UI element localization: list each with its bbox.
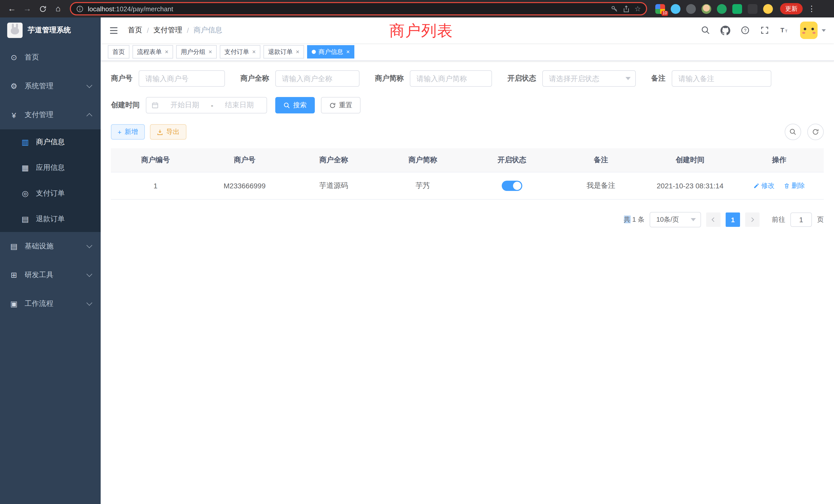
sidebar-item-infrastructure[interactable]: ▤ 基础设施: [0, 232, 101, 261]
create-time-label: 创建时间: [111, 100, 140, 110]
browser-update-button[interactable]: 更新: [780, 3, 803, 14]
bookmark-star-icon[interactable]: ☆: [635, 5, 641, 13]
tab-refund-order[interactable]: 退款订单 ×: [263, 45, 304, 59]
merchant-no-input[interactable]: [139, 70, 225, 87]
browser-forward-button[interactable]: →: [21, 2, 34, 16]
start-date-placeholder: 开始日期: [163, 100, 207, 110]
table-row: 1 M233666999 芋道源码 芋艿 我是备注 2021-10-23 08:…: [111, 172, 824, 199]
sidebar-item-merchant-info[interactable]: ▥ 商户信息: [0, 129, 101, 155]
user-avatar[interactable]: [800, 22, 826, 39]
browser-home-button[interactable]: ⌂: [51, 2, 65, 16]
close-icon[interactable]: ×: [346, 48, 350, 55]
status-select-input[interactable]: [542, 70, 636, 87]
page-number-1[interactable]: 1: [726, 212, 740, 227]
app-logo[interactable]: 芋道管理系统: [0, 18, 101, 43]
help-icon[interactable]: ?: [741, 26, 750, 35]
full-name-input[interactable]: [275, 70, 359, 87]
extension-icon-8[interactable]: [763, 4, 773, 14]
short-name-input[interactable]: [410, 70, 492, 87]
extension-icon-5[interactable]: [717, 4, 727, 14]
breadcrumb-current: 商户信息: [194, 26, 222, 35]
password-key-icon[interactable]: [611, 5, 619, 13]
svg-text:T: T: [781, 27, 785, 33]
full-name-label: 商户全称: [240, 74, 269, 83]
sidebar-item-payment[interactable]: ¥ 支付管理: [0, 100, 101, 129]
sidebar-item-refund-order[interactable]: ▤ 退款订单: [0, 206, 101, 232]
fullscreen-icon[interactable]: [760, 26, 769, 35]
close-icon[interactable]: ×: [252, 48, 256, 55]
tab-process-form[interactable]: 流程表单 ×: [132, 45, 173, 59]
delete-button[interactable]: 删除: [784, 181, 805, 190]
create-time-range-picker[interactable]: 开始日期 - 结束日期: [146, 97, 267, 113]
sidebar-item-label: 商户信息: [36, 138, 65, 147]
font-size-icon[interactable]: TT: [780, 26, 790, 35]
col-remark: 备注: [556, 148, 645, 172]
page-info-icon[interactable]: [76, 5, 84, 13]
tab-pay-order[interactable]: 支付订单 ×: [220, 45, 260, 59]
sidebar-item-app-info[interactable]: ▦ 应用信息: [0, 155, 101, 181]
close-icon[interactable]: ×: [165, 48, 169, 55]
tab-merchant-info[interactable]: 商户信息 ×: [307, 45, 354, 59]
search-button[interactable]: 搜索: [275, 97, 315, 113]
monitor-icon: ▤: [9, 242, 19, 251]
breadcrumb-separator: /: [147, 26, 149, 35]
breadcrumb-payment[interactable]: 支付管理: [154, 26, 182, 35]
edit-button[interactable]: 修改: [754, 181, 775, 190]
col-actions: 操作: [734, 148, 824, 172]
sidebar-item-system[interactable]: ⚙ 系统管理: [0, 72, 101, 100]
remark-input[interactable]: [672, 70, 771, 87]
cell-create-time: 2021-10-23 08:31:14: [645, 172, 734, 199]
sidebar-item-label: 首页: [25, 53, 39, 62]
extension-icon-3[interactable]: [686, 4, 696, 14]
export-button[interactable]: 导出: [150, 124, 186, 140]
chevron-up-icon: [87, 113, 92, 119]
cell-full-name: 芋道源码: [289, 172, 378, 199]
sidebar: 芋道管理系统 ⊙ 首页 ⚙ 系统管理 ¥ 支付管理 ▥ 商户信息: [0, 18, 101, 504]
extension-icon-2[interactable]: [671, 4, 680, 14]
extension-icon-7[interactable]: [748, 4, 758, 14]
trash-icon: [784, 183, 790, 189]
browser-back-button[interactable]: ←: [5, 2, 19, 16]
search-icon[interactable]: [701, 26, 710, 35]
status-label: 开启状态: [507, 74, 536, 83]
close-icon[interactable]: ×: [208, 48, 212, 55]
page-size-value[interactable]: [650, 212, 701, 227]
url-text: localhost:1024/pay/merchant: [88, 5, 607, 13]
extension-icon-4[interactable]: [702, 4, 711, 14]
toggle-search-button[interactable]: [785, 124, 801, 140]
tab-user-group[interactable]: 用户分组 ×: [176, 45, 217, 59]
goto-page-input[interactable]: [790, 212, 812, 227]
app-title: 芋道管理系统: [28, 26, 71, 35]
extension-icon-1[interactable]: 10: [655, 4, 665, 14]
chevron-down-icon: [87, 300, 92, 306]
sidebar-item-workflow[interactable]: ▣ 工作流程: [0, 290, 101, 318]
status-select[interactable]: [542, 70, 636, 87]
github-icon[interactable]: [721, 25, 730, 35]
close-icon[interactable]: ×: [296, 48, 300, 55]
chevron-right-icon: [749, 216, 755, 223]
extension-icon-6[interactable]: [732, 4, 742, 14]
card-icon: ▥: [21, 138, 30, 147]
breadcrumb-home[interactable]: 首页: [128, 26, 142, 35]
refresh-icon: [812, 128, 819, 136]
sidebar-toggle-icon[interactable]: [109, 25, 118, 35]
add-button[interactable]: + 新增: [111, 124, 145, 140]
url-bar[interactable]: localhost:1024/pay/merchant ☆: [70, 2, 647, 16]
sidebar-item-devtools[interactable]: ⊞ 研发工具: [0, 261, 101, 290]
prev-page-button[interactable]: [706, 212, 721, 227]
sidebar-item-home[interactable]: ⊙ 首页: [0, 43, 101, 72]
status-toggle[interactable]: [502, 181, 522, 191]
next-page-button[interactable]: [745, 212, 760, 227]
end-date-placeholder: 结束日期: [218, 100, 261, 110]
sidebar-item-pay-order[interactable]: ◎ 支付订单: [0, 181, 101, 206]
tab-home[interactable]: 首页: [108, 45, 129, 59]
reset-button[interactable]: 重置: [321, 97, 360, 113]
refresh-table-button[interactable]: [807, 124, 824, 140]
cell-merchant-id: 1: [111, 172, 200, 199]
share-icon[interactable]: [623, 5, 630, 13]
page-size-select[interactable]: [650, 212, 701, 227]
chevron-down-icon: [87, 243, 92, 248]
browser-menu-icon[interactable]: ⋮: [808, 4, 815, 13]
tab-label: 支付订单: [224, 47, 249, 56]
browser-reload-button[interactable]: [36, 2, 49, 16]
